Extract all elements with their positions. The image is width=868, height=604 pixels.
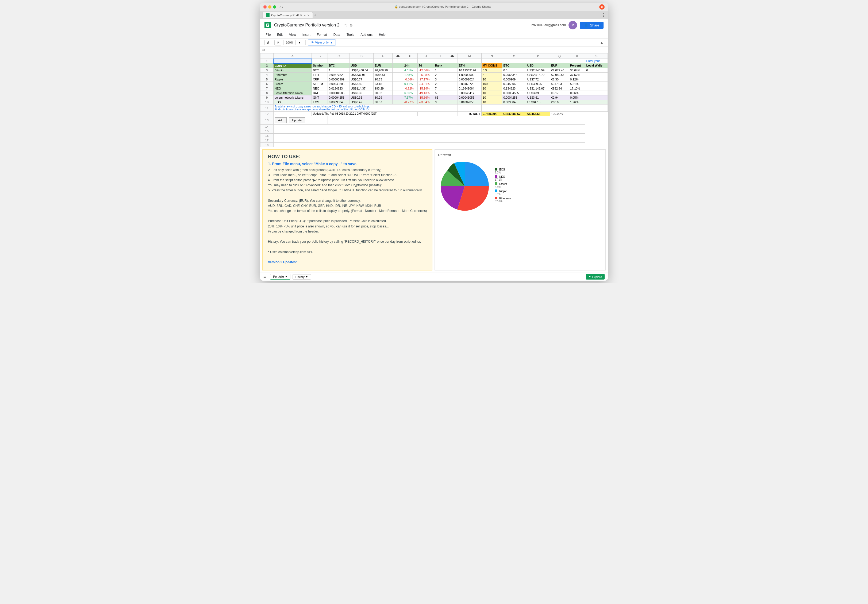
cell-r7[interactable]: 17.10% [569,86,585,91]
new-tab-button[interactable]: + [314,13,316,18]
cell-d6[interactable]: US$3.89 [349,82,373,86]
cell-g10[interactable]: -0.27% [403,100,418,104]
cell-s6[interactable] [585,82,608,86]
cell-i6[interactable]: 26 [434,82,447,86]
col-f-header[interactable]: ◀▶ [392,54,403,59]
cell-d8[interactable]: US$0.39 [349,91,373,95]
cell-e6[interactable]: €3.18 [374,82,392,86]
cell-s5[interactable] [585,77,608,82]
cell-g8[interactable]: 6.66% [403,91,418,95]
header-local-wallet[interactable]: Local Walle [585,63,608,68]
col-o-header[interactable]: O [502,54,526,59]
cell-c3[interactable]: 1 [327,68,349,73]
cell-n1[interactable] [482,59,502,63]
cell-s1[interactable]: Enter your [585,59,608,63]
cell-r3[interactable]: 38.04% [569,68,585,73]
cell-r10[interactable]: 1.26% [569,100,585,104]
cell-r8[interactable]: 0.06% [569,91,585,95]
cell-b1[interactable] [312,59,328,63]
cell-q5[interactable]: €6.30 [550,77,569,82]
cell-j1[interactable] [447,59,457,63]
cell-h10[interactable]: -23.04% [417,100,434,104]
col-s-header[interactable]: S [585,54,608,59]
cell-h5[interactable]: -27.17% [417,77,434,82]
current-tab[interactable]: CryptoCurrency Portfolio v ✕ [262,12,313,18]
total-eur[interactable]: €5,454.53 [526,111,550,116]
cell-p8[interactable]: US$3.89 [526,91,550,95]
menu-format[interactable]: Format [316,32,328,37]
cell-q3[interactable]: €2,072.46 [550,68,569,73]
header-rank[interactable]: Rank [434,63,447,68]
cell-q7[interactable]: €932.94 [550,86,569,91]
cell-q10[interactable]: €68.65 [550,100,569,104]
cell-h7[interactable]: -15.14% [417,86,434,91]
cell-c9[interactable]: 0.00004253 [327,95,349,100]
history-tab[interactable]: History ▼ [293,274,311,280]
explore-button[interactable]: ✦ Explore [586,274,604,280]
cell-o7[interactable]: 0.134823 [502,86,526,91]
cell-m3[interactable]: 10.12369126 [457,68,482,73]
cell-n3[interactable]: 0.3 [482,68,502,73]
cell-p1[interactable] [526,59,550,63]
cell-p7[interactable]: US$1,143.67 [526,86,550,91]
cell-o6[interactable]: 0.045806 [502,82,526,86]
cell-o4[interactable]: 0.2963346 [502,73,526,77]
maximize-button[interactable] [273,5,276,9]
cell-b5[interactable]: XRP [312,77,328,82]
cell-n6[interactable]: 100 [482,82,502,86]
cell-m7[interactable]: 0.13649064 [457,86,482,91]
cell-b6[interactable]: STEEM [312,82,328,86]
cell-o5[interactable]: 0.000909 [502,77,526,82]
header-coin-id[interactable]: COIN ID [273,63,312,68]
header-usd[interactable]: USD [349,63,373,68]
cell-n8[interactable]: 10 [482,91,502,95]
header-eur[interactable]: EUR [374,63,392,68]
cell-n5[interactable]: 10 [482,77,502,82]
star-icon[interactable]: ☆ [344,23,347,27]
cell-h3[interactable]: -12.56% [417,68,434,73]
user-avatar[interactable]: M [569,21,577,29]
cell-n10[interactable]: 10 [482,100,502,104]
cell-h1[interactable] [417,59,434,63]
cell-d5[interactable]: US$0.77 [349,77,373,82]
cell-f1[interactable] [392,59,403,63]
cell-q1[interactable] [550,59,569,63]
menu-tools[interactable]: Tools [346,32,355,37]
menu-edit[interactable]: Edit [276,32,284,37]
cell-s9[interactable] [585,95,608,100]
cell-d1[interactable] [349,59,373,63]
cell-a8[interactable]: Basic Attention Token [273,91,312,95]
cell-c6[interactable]: 0.00045806 [327,82,349,86]
formula-input[interactable] [267,48,606,52]
col-c-header[interactable]: C [327,54,349,59]
cell-b8[interactable]: BAT [312,91,328,95]
col-r-header[interactable]: R [569,54,585,59]
cell-p10[interactable]: US$84.16 [526,100,550,104]
update-button[interactable]: Update [289,117,305,123]
cell-p6[interactable]: US$389.25 [526,82,550,86]
browser-menu[interactable]: ⋮ [601,12,606,18]
zoom-dropdown[interactable]: ▼ [296,40,303,45]
cell-s3[interactable]: 0 [585,68,608,73]
minimize-button[interactable] [268,5,271,9]
cell-r5[interactable]: 0.12% [569,77,585,82]
col-h-header[interactable]: H [417,54,434,59]
cell-e10[interactable]: €6.87 [374,100,392,104]
col-a-header[interactable]: A [273,54,312,59]
cell-r6[interactable]: 5.81% [569,82,585,86]
cell-s10[interactable] [585,100,608,104]
cell-p5[interactable]: US$7.72 [526,77,550,82]
cell-o9[interactable]: 0.0004253 [502,95,526,100]
cell-e8[interactable]: €0.32 [374,91,392,95]
cell-c5[interactable]: 0.00000909 [327,77,349,82]
print-button[interactable]: 🖨 [265,40,272,45]
menu-addons[interactable]: Add-ons [360,32,374,37]
cell-e3[interactable]: €6,908.20 [374,68,392,73]
cell-e9[interactable]: €0.29 [374,95,392,100]
menu-insert[interactable]: Insert [301,32,312,37]
cell-a7[interactable]: NEO [273,86,312,91]
header-percent[interactable]: Percent [569,63,585,68]
filter-button[interactable]: ▽ [274,40,281,45]
cell-a12[interactable]: - [273,111,312,116]
col-p-header[interactable]: P [526,54,550,59]
